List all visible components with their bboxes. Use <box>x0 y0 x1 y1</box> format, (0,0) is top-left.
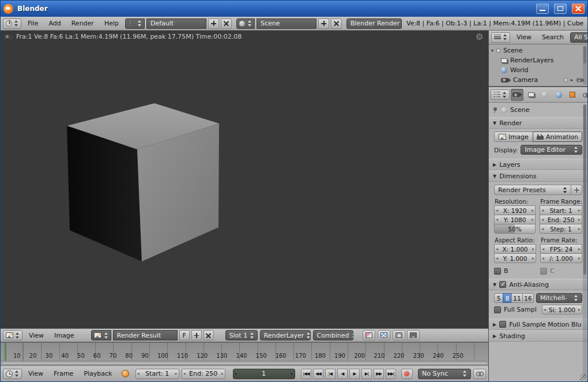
disclosure-triangle-icon[interactable]: ▾ <box>491 48 493 53</box>
scene-delete-button[interactable] <box>331 18 342 29</box>
outliner-display-mode-select[interactable]: All S <box>570 32 588 43</box>
full-sample-checkbox[interactable] <box>494 306 501 313</box>
dimensions-panel-header[interactable]: ▼ Dimensions <box>489 170 587 182</box>
render-pass-select[interactable]: Combined <box>313 330 353 340</box>
aspect-y-field[interactable]: Y: 1.000 <box>494 253 536 263</box>
border-checkbox-row[interactable]: B <box>494 267 536 275</box>
border-checkbox[interactable] <box>494 268 501 275</box>
frame-end-field[interactable]: End: 250 <box>182 369 225 379</box>
resolution-x-field[interactable]: X: 1920 <box>494 205 536 215</box>
crop-checkbox-row[interactable]: C <box>540 267 582 275</box>
current-frame-playhead[interactable] <box>5 343 6 361</box>
auto-keyframe-record-button[interactable] <box>401 369 413 379</box>
jump-to-end-button[interactable]: ▶▶| <box>386 369 396 379</box>
screen-layout-field[interactable]: Default <box>146 18 206 29</box>
link-button[interactable] <box>473 369 486 379</box>
tab-scene[interactable] <box>538 89 551 101</box>
image-browse-button[interactable] <box>91 330 111 340</box>
image-paint-button[interactable] <box>363 330 375 340</box>
crop-checkbox[interactable] <box>540 268 547 275</box>
anti-aliasing-checkbox[interactable] <box>499 281 506 288</box>
use-preview-range-button[interactable] <box>122 370 129 377</box>
current-frame-field[interactable]: 1 <box>233 369 295 379</box>
aa-samples-5-button[interactable]: 5 <box>494 293 503 303</box>
aa-samples-16-button[interactable]: 16 <box>522 293 534 303</box>
aa-samples-8-button[interactable]: 8 <box>503 293 512 303</box>
menu-help[interactable]: Help <box>100 20 123 27</box>
fps-field[interactable]: FPS: 24 <box>540 244 582 254</box>
editor-type-select-properties[interactable] <box>491 89 510 100</box>
pin-icon[interactable] <box>493 107 497 111</box>
screen-layout-browse-button[interactable] <box>125 18 145 29</box>
minimize-button[interactable] <box>536 3 549 14</box>
menu-view[interactable]: View <box>24 370 47 377</box>
render-presets-select[interactable]: Render Presets <box>494 185 571 195</box>
image-unlink-button[interactable] <box>203 330 214 340</box>
prev-keyframe-button[interactable]: |◀ <box>325 369 336 379</box>
menu-image[interactable]: Image <box>50 332 78 339</box>
outliner-item-scene[interactable]: ▾ Scene <box>489 46 587 55</box>
restrict-render-icon[interactable] <box>576 78 582 81</box>
aa-filter-select[interactable]: Mitchell- <box>536 293 582 303</box>
tab-render-layers[interactable] <box>525 89 537 101</box>
timeline-hscrollbar[interactable] <box>1 361 488 365</box>
tab-constraints[interactable] <box>580 89 587 101</box>
image-new-button[interactable] <box>191 330 202 340</box>
window-resize-grip[interactable] <box>580 374 587 381</box>
aa-samples-11-button[interactable]: 11 <box>511 293 523 303</box>
full-sample-checkbox-row[interactable]: Full Sampl <box>494 306 540 313</box>
scopes-button[interactable] <box>407 330 420 340</box>
fps-base-field[interactable]: /: 1.000 <box>540 253 582 263</box>
render-image-button[interactable]: Image <box>494 132 533 142</box>
resolution-y-field[interactable]: Y: 1080 <box>494 215 536 224</box>
screen-layout-delete-button[interactable] <box>221 18 232 29</box>
scene-add-button[interactable] <box>318 18 329 29</box>
av-sync-select[interactable]: No Sync <box>418 369 471 379</box>
tab-world[interactable] <box>552 89 565 101</box>
timeline-ruler[interactable]: 1020304050607080901001101201301401501601… <box>1 342 488 365</box>
render-engine-select[interactable]: Blender Render <box>346 18 402 29</box>
menu-add[interactable]: Add <box>44 20 65 27</box>
render-layer-select[interactable]: RenderLayer <box>260 330 311 340</box>
shading-panel-header[interactable]: ▶ Shading <box>489 330 587 342</box>
motion-blur-checkbox[interactable] <box>499 321 506 328</box>
menu-view[interactable]: View <box>25 332 48 339</box>
restrict-select-icon[interactable]: ▸ <box>571 77 573 83</box>
aa-size-field[interactable]: Si: 1.000 <box>542 305 582 314</box>
start-frame-field[interactable]: Start: 1 <box>540 205 582 215</box>
viewport-gear-icon[interactable] <box>476 33 483 40</box>
outliner-scrollbar[interactable] <box>583 46 587 85</box>
outliner-item-camera[interactable]: Camera ▸ <box>489 75 587 85</box>
slot-select[interactable]: Slot 1 <box>225 330 258 340</box>
image-name-field[interactable]: Render Result <box>113 330 178 340</box>
fake-user-button[interactable]: F <box>179 330 190 340</box>
mask-mode-button[interactable] <box>393 330 405 340</box>
frame-step-field[interactable]: Step: 1 <box>540 224 582 234</box>
scene-name-field[interactable]: Scene <box>257 18 316 29</box>
tab-object[interactable] <box>566 89 579 101</box>
next-keyframe-button[interactable]: ▶| <box>361 369 372 379</box>
menu-view[interactable]: View <box>512 33 536 41</box>
menu-render[interactable]: Render <box>67 20 98 27</box>
properties-scrollbar[interactable] <box>583 104 587 379</box>
scrollbar-thumb[interactable] <box>583 46 586 63</box>
fast-forward-button[interactable]: ▶▶ <box>374 369 384 379</box>
maximize-button[interactable] <box>554 3 567 14</box>
outliner-item-world[interactable]: World <box>489 65 587 75</box>
add-preset-button[interactable] <box>571 185 582 195</box>
editor-type-select-timeline[interactable] <box>3 369 22 379</box>
editor-type-select-outliner[interactable] <box>491 32 510 43</box>
play-button[interactable]: ▶ <box>349 369 360 379</box>
layers-panel-header[interactable]: ▶ Layers <box>489 159 587 170</box>
motion-blur-panel-header[interactable]: ▶ Full Sample Motion Blu <box>489 319 587 330</box>
render-animation-button[interactable]: Animation <box>533 132 582 142</box>
tab-render[interactable] <box>511 89 523 101</box>
display-select[interactable]: Image Editor <box>521 145 582 155</box>
scrollbar-thumb[interactable] <box>583 104 586 275</box>
menu-search[interactable]: Search <box>538 33 568 41</box>
aspect-x-field[interactable]: X: 1.000 <box>494 244 536 254</box>
screen-layout-add-button[interactable] <box>208 18 219 29</box>
jump-to-start-button[interactable]: |◀◀ <box>301 369 311 379</box>
display-channels-button[interactable] <box>378 330 390 340</box>
outliner-item-renderlayers[interactable]: RenderLayers <box>489 55 587 65</box>
